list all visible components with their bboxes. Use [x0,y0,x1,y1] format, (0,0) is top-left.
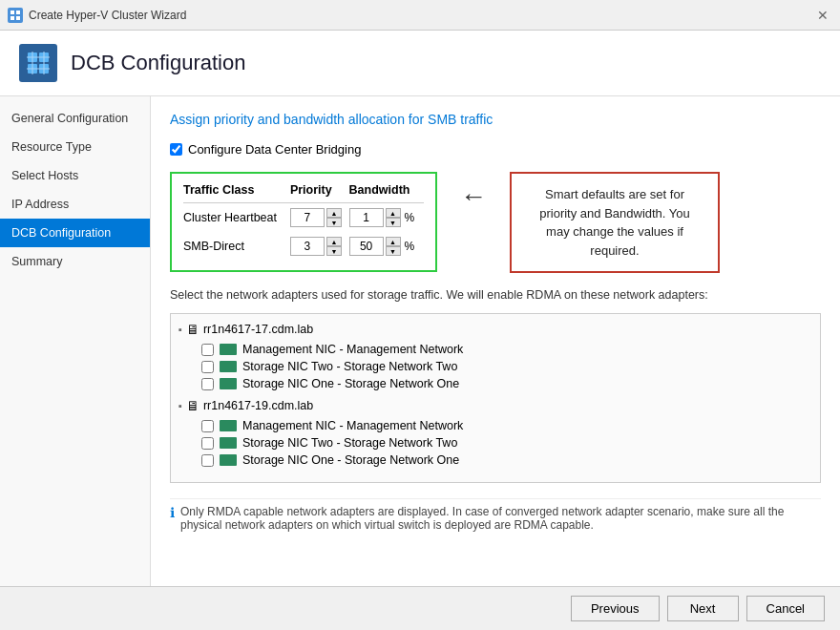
col-bandwidth: Bandwidth [349,183,424,203]
row2-class: SMB-Direct [183,232,290,261]
nic-icon [220,361,237,372]
adapter-label-2-1: Management NIC - Management Network [242,419,463,432]
traffic-section: Traffic Class Priority Bandwidth Cluster… [170,172,821,273]
adapter-label-2-3: Storage NIC One - Storage Network One [242,453,459,467]
group-name-1: rr1n4617-17.cdm.lab [203,323,313,336]
adapter-label-1-1: Management NIC - Management Network [242,343,463,356]
info-icon: ℹ [170,505,175,520]
server-icon-1: 🖥 [186,322,200,337]
bandwidth-down-2[interactable]: ▼ [386,246,401,256]
configure-dcb-row: Configure Data Center Bridging [170,142,821,157]
bandwidth-input-1[interactable] [349,208,384,227]
sidebar-item-summary[interactable]: Summary [0,247,150,276]
title-bar-left: Create Hyper-V Cluster Wizard [8,8,186,23]
server-icon-2: 🖥 [186,398,200,413]
priority-spinner-1: ▲ ▼ [290,208,349,227]
row2-bandwidth: ▲ ▼ % [349,232,424,261]
nic-icon [220,344,237,355]
priority-input-1[interactable] [290,208,325,227]
next-button[interactable]: Next [667,596,739,621]
adapter-item: Storage NIC One - Storage Network One [178,375,812,392]
configure-dcb-checkbox[interactable] [170,143,182,156]
adapter-checkbox-2-3[interactable] [201,454,214,467]
adapter-checkbox-1-1[interactable] [201,344,214,356]
priority-down-1[interactable]: ▼ [326,218,342,227]
adapter-checkbox-1-2[interactable] [201,361,214,373]
adapter-group-2: ▪ 🖥 rr1n4617-19.cdm.lab Management NIC -… [178,398,812,469]
col-priority: Priority [290,183,349,203]
priority-spinner-2: ▲ ▼ [290,237,349,256]
adapter-item: Management NIC - Management Network [178,341,812,358]
bandwidth-up-1[interactable]: ▲ [386,208,401,218]
row1-priority: ▲ ▼ [290,203,349,233]
sidebar-item-resource-type[interactable]: Resource Type [0,133,150,161]
adapters-label: Select the network adapters used for sto… [170,288,821,302]
nic-icon [220,437,237,449]
bandwidth-spinner-2: ▲ ▼ % [349,237,424,256]
svg-rect-1 [16,10,20,14]
adapter-group-header-1: ▪ 🖥 rr1n4617-17.cdm.lab [178,322,812,337]
group-name-2: rr1n4617-19.cdm.lab [203,399,313,412]
footer: Previous Next Cancel [0,586,840,630]
priority-input-2[interactable] [290,237,325,256]
bandwidth-spinner-btns-2: ▲ ▼ [386,237,401,256]
sidebar-item-general-configuration[interactable]: General Configuration [0,104,150,133]
priority-spinner-btns-1: ▲ ▼ [326,208,342,227]
bandwidth-pct-1: % [405,211,415,224]
priority-up-2[interactable]: ▲ [326,237,342,246]
title-bar: Create Hyper-V Cluster Wizard ✕ [0,0,840,31]
smart-defaults-text: Smart defaults are set for priority and … [539,187,690,258]
bandwidth-down-1[interactable]: ▼ [386,218,401,227]
adapter-item: Storage NIC Two - Storage Network Two [178,358,812,375]
col-traffic-class: Traffic Class [183,183,290,203]
content-area: Assign priority and bandwidth allocation… [151,96,840,586]
arrow-indicator: ← [452,181,494,212]
app-icon [8,8,23,23]
info-text: Only RMDA capable network adapters are d… [180,505,821,532]
sidebar-item-ip-address[interactable]: IP Address [0,190,150,219]
adapter-group-1: ▪ 🖥 rr1n4617-17.cdm.lab Management NIC -… [178,322,812,392]
adapter-item: Storage NIC One - Storage Network One [178,452,812,469]
configure-dcb-label[interactable]: Configure Data Center Bridging [188,142,361,157]
table-row: SMB-Direct ▲ ▼ [183,232,424,261]
row1-bandwidth: ▲ ▼ % [349,203,424,233]
adapter-checkbox-1-3[interactable] [201,378,214,390]
adapter-group-header-2: ▪ 🖥 rr1n4617-19.cdm.lab [178,398,812,413]
svg-rect-0 [10,10,14,14]
adapter-checkbox-2-1[interactable] [201,420,214,432]
collapse-icon-1[interactable]: ▪ [178,324,182,335]
traffic-table: Traffic Class Priority Bandwidth Cluster… [183,183,424,261]
bandwidth-input-2[interactable] [349,237,384,256]
adapters-box: ▪ 🖥 rr1n4617-17.cdm.lab Management NIC -… [170,313,821,483]
svg-rect-2 [10,16,14,20]
nic-icon [220,454,237,466]
row1-class: Cluster Heartbeat [183,203,290,233]
wizard-header: DCB Configuration [0,31,840,96]
adapter-checkbox-2-2[interactable] [201,437,214,450]
priority-up-1[interactable]: ▲ [326,208,342,218]
svg-rect-3 [16,16,20,20]
close-button[interactable]: ✕ [813,6,832,25]
collapse-icon-2[interactable]: ▪ [178,400,182,411]
sidebar: General Configuration Resource Type Sele… [0,96,151,586]
adapter-item: Storage NIC Two - Storage Network Two [178,434,812,452]
adapter-label-1-3: Storage NIC One - Storage Network One [242,377,459,390]
previous-button[interactable]: Previous [571,596,660,621]
bandwidth-pct-2: % [405,240,415,253]
bandwidth-spinner-1: ▲ ▼ % [349,208,424,227]
bandwidth-spinner-btns-1: ▲ ▼ [386,208,401,227]
row2-priority: ▲ ▼ [290,232,349,261]
table-row: Cluster Heartbeat ▲ ▼ [183,203,424,233]
nic-icon [220,378,237,389]
traffic-table-box: Traffic Class Priority Bandwidth Cluster… [170,172,437,272]
wizard-body: General Configuration Resource Type Sele… [0,96,840,586]
sidebar-item-select-hosts[interactable]: Select Hosts [0,161,150,190]
info-row: ℹ Only RMDA capable network adapters are… [170,498,821,537]
page-title: Assign priority and bandwidth allocation… [170,112,821,127]
nic-icon [220,420,237,431]
bandwidth-up-2[interactable]: ▲ [386,237,401,246]
cancel-button[interactable]: Cancel [746,596,825,621]
sidebar-item-dcb-configuration[interactable]: DCB Configuration [0,219,150,247]
adapter-item: Management NIC - Management Network [178,417,812,434]
priority-down-2[interactable]: ▼ [326,246,342,256]
